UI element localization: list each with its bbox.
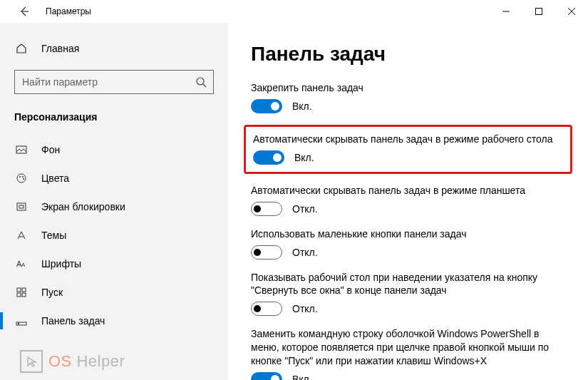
setting-autohide-desktop: Автоматически скрывать панель задач в ре… xyxy=(253,133,563,165)
svg-rect-16 xyxy=(22,288,26,292)
toggle-lock-taskbar[interactable] xyxy=(251,99,282,113)
sidebar-item-label: Фон xyxy=(41,144,60,155)
svg-rect-18 xyxy=(22,293,26,297)
minimize-button[interactable] xyxy=(490,0,522,23)
toggle-small-buttons[interactable] xyxy=(251,245,282,260)
svg-point-9 xyxy=(22,176,24,178)
home-icon xyxy=(14,43,29,54)
setting-label: Автоматически скрывать панель задач в ре… xyxy=(251,184,565,197)
toggle-state: Вкл. xyxy=(292,101,312,112)
setting-powershell: Заменить командную строку оболочкой Wind… xyxy=(251,327,565,380)
toggle-state: Откл. xyxy=(292,247,318,258)
sidebar-item-label: Экран блокировки xyxy=(41,201,125,212)
section-header: Персонализация xyxy=(0,107,228,135)
themes-icon xyxy=(14,230,29,241)
svg-text:A: A xyxy=(21,262,26,268)
setting-peek-desktop: Показывать рабочий стол при наведении ук… xyxy=(251,271,565,317)
svg-rect-12 xyxy=(19,205,24,208)
toggle-powershell[interactable] xyxy=(251,372,282,380)
sidebar-item-start[interactable]: Пуск xyxy=(0,278,228,307)
svg-rect-20 xyxy=(18,323,19,324)
sidebar-item-colors[interactable]: Цвета xyxy=(0,164,228,192)
setting-label: Заменить командную строку оболочкой Wind… xyxy=(251,327,565,368)
toggle-state: Откл. xyxy=(292,203,318,215)
content-area: Панель задач Закрепить панель задач Вкл.… xyxy=(228,23,588,380)
svg-rect-6 xyxy=(16,146,26,153)
back-button[interactable] xyxy=(14,1,34,21)
svg-point-4 xyxy=(197,78,204,85)
svg-point-8 xyxy=(19,176,21,178)
home-link[interactable]: Главная xyxy=(0,37,228,60)
window-title: Параметры xyxy=(46,6,91,16)
svg-line-5 xyxy=(203,84,206,87)
page-title: Панель задач xyxy=(251,43,565,66)
sidebar-item-label: Цвета xyxy=(41,173,69,184)
svg-rect-11 xyxy=(17,203,26,210)
lockscreen-icon xyxy=(14,201,29,212)
search-input[interactable] xyxy=(14,70,214,94)
sidebar-item-background[interactable]: Фон xyxy=(0,135,228,164)
sidebar-item-themes[interactable]: Темы xyxy=(0,221,228,250)
setting-label: Закрепить панель задач xyxy=(251,81,565,95)
svg-rect-1 xyxy=(536,9,542,15)
toggle-state: Вкл. xyxy=(294,152,314,163)
setting-label: Использовать маленькие кнопки панели зад… xyxy=(251,227,565,241)
toggle-state: Вкл. xyxy=(292,374,312,380)
toggle-autohide-tablet[interactable] xyxy=(251,202,282,216)
toggle-peek-desktop[interactable] xyxy=(251,302,282,316)
setting-label: Автоматически скрывать панель задач в ре… xyxy=(253,133,563,146)
highlight-annotation: Автоматически скрывать панель задач в ре… xyxy=(244,125,572,174)
sidebar-item-fonts[interactable]: AA Шрифты xyxy=(0,250,228,278)
palette-icon xyxy=(14,173,29,184)
sidebar-item-label: Панель задач xyxy=(41,315,105,327)
setting-small-buttons: Использовать маленькие кнопки панели зад… xyxy=(251,227,565,260)
setting-autohide-tablet: Автоматически скрывать панель задач в ре… xyxy=(251,184,565,216)
picture-icon xyxy=(14,144,29,155)
toggle-autohide-desktop[interactable] xyxy=(253,150,284,165)
watermark-text: OS Helper xyxy=(48,352,125,371)
home-label: Главная xyxy=(41,43,79,54)
taskbar-icon xyxy=(14,315,29,327)
sidebar-item-label: Темы xyxy=(41,230,66,241)
setting-label: Показывать рабочий стол при наведении ук… xyxy=(251,271,565,298)
svg-point-7 xyxy=(17,174,26,183)
sidebar-item-label: Пуск xyxy=(41,287,63,298)
sidebar-item-lockscreen[interactable]: Экран блокировки xyxy=(0,192,228,221)
sidebar-item-taskbar[interactable]: Панель задач xyxy=(0,307,228,335)
svg-point-10 xyxy=(23,178,24,180)
watermark: OS Helper xyxy=(20,350,125,373)
cursor-icon xyxy=(20,350,43,373)
svg-rect-15 xyxy=(17,288,21,292)
toggle-state: Откл. xyxy=(292,303,318,314)
start-icon xyxy=(14,287,29,298)
close-button[interactable] xyxy=(555,0,588,23)
search-icon xyxy=(195,76,207,88)
svg-rect-17 xyxy=(17,293,21,297)
maximize-button[interactable] xyxy=(522,0,555,23)
sidebar: Главная Персонализация Фон Цвета Экран б… xyxy=(0,23,228,380)
fonts-icon: AA xyxy=(14,258,29,269)
setting-lock-taskbar: Закрепить панель задач Вкл. xyxy=(251,81,565,113)
sidebar-item-label: Шрифты xyxy=(41,258,81,269)
